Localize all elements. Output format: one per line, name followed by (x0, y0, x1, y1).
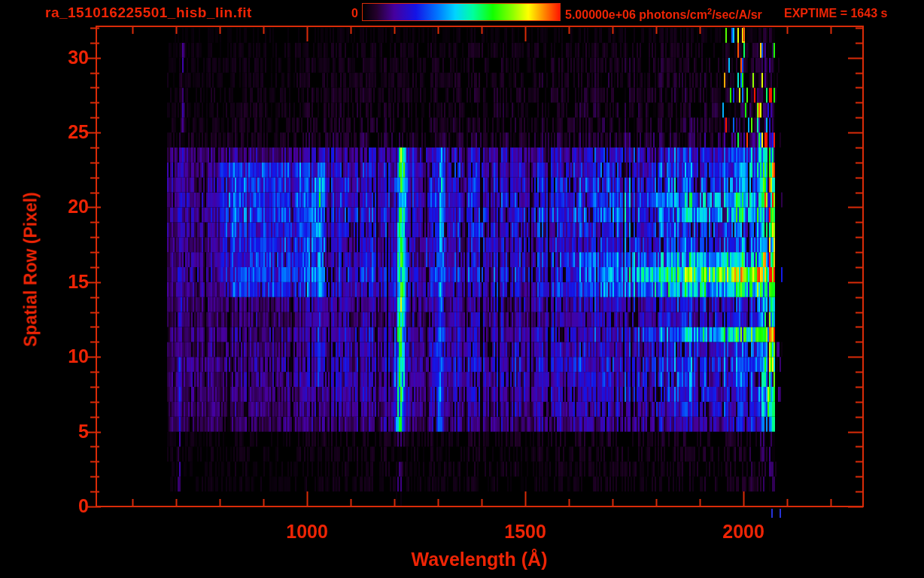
plot-title: ra_151016225501_hisb_lin.fit (45, 5, 252, 21)
y-tick-label: 0 (29, 495, 89, 517)
x-tick-label: 1000 (254, 521, 360, 543)
y-tick-label: 25 (29, 121, 89, 143)
colorbar-unit-suffix: /sec/A/sr (712, 8, 762, 21)
spectrogram-heatmap-canvas (0, 0, 924, 578)
colorbar-max-value: 5.00000e+06 (565, 8, 636, 21)
y-tick-label: 10 (29, 345, 89, 367)
y-tick-label: 30 (29, 47, 89, 68)
x-axis-title: Wavelength (Å) (411, 549, 547, 570)
colorbar-unit-prefix: photons/cm (639, 8, 707, 21)
x-tick-label: 2000 (691, 521, 796, 543)
exptime-label: EXPTIME = 1643 s (784, 7, 887, 20)
colorbar-min-label: 0 (330, 7, 358, 20)
plot-window: ra_151016225501_hisb_lin.fit 0 5.00000e+… (0, 0, 924, 578)
y-tick-label: 15 (29, 271, 89, 293)
colorbar-max-label: 5.00000e+06 photons/cm2/sec/A/sr (565, 7, 762, 22)
y-tick-label: 5 (29, 421, 89, 443)
x-tick-label: 1500 (473, 521, 578, 543)
colorbar (362, 3, 561, 21)
y-tick-label: 20 (29, 196, 89, 218)
